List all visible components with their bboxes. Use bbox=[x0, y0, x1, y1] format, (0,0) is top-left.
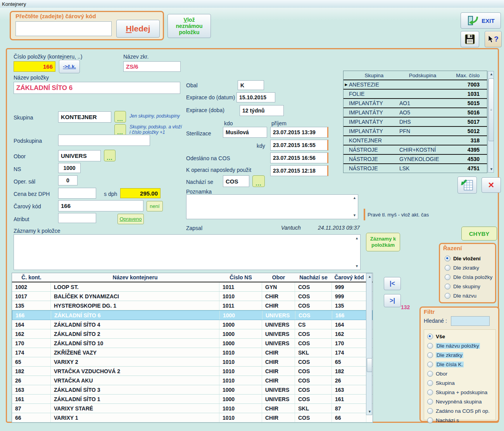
subgroup-input[interactable] bbox=[58, 135, 150, 146]
filter-option[interactable]: Vše bbox=[427, 334, 490, 339]
radio-icon[interactable] bbox=[445, 274, 450, 280]
radio-icon[interactable] bbox=[427, 334, 433, 339]
group-picker-button[interactable]: ... bbox=[114, 111, 126, 123]
container-row[interactable]: 174ZKŘÍŽENÉ VAZY1010CHIRSKL174 bbox=[12, 348, 373, 357]
item-number-input[interactable]: 166 bbox=[14, 61, 55, 72]
container-row[interactable]: 164ZÁKLADNÍ SÍTO 41000UNIVERSCS164 bbox=[12, 320, 373, 329]
note-textarea[interactable] bbox=[186, 194, 358, 219]
item-name-input[interactable]: ZÁKLADNÍ SÍTO 6 bbox=[14, 82, 180, 94]
insert-unknown-item-button[interactable]: Vlož neznámou položku bbox=[167, 14, 211, 38]
group-row[interactable]: NÁSTROJECHIR+KOSTNÍ4395 bbox=[343, 145, 487, 154]
sort-option[interactable]: Dle skupiny bbox=[445, 284, 492, 289]
group-input[interactable]: KONTEJNER bbox=[58, 111, 111, 123]
group-row[interactable]: IMPLANTÁTYPFN5012 bbox=[343, 126, 487, 135]
to-barcode-button[interactable]: ->č.k. bbox=[59, 60, 80, 73]
group-picker-plus-button[interactable]: ... bbox=[114, 124, 126, 136]
expiry-period-input[interactable]: 12 týdnů bbox=[240, 105, 284, 116]
sterilization-received-input[interactable]: 23.07.2015 13:39 bbox=[270, 127, 328, 138]
container-row[interactable]: 166ZÁKLADNÍ SÍTO 61000UNIVERSCOS166 bbox=[12, 310, 373, 320]
ns-input[interactable]: 1000 bbox=[58, 163, 81, 173]
container-row[interactable]: 87VARIXY STARÉ1010CHIRSKL87 bbox=[12, 404, 373, 413]
filter-option[interactable]: Dle zkratky bbox=[427, 352, 490, 358]
filter-option[interactable]: Nevypněná skupina bbox=[427, 399, 490, 405]
radio-icon[interactable] bbox=[427, 362, 433, 367]
filter-option[interactable]: Nachází s bbox=[427, 417, 490, 423]
sterilization-when-input[interactable]: 23.07.2015 16:55 bbox=[270, 140, 328, 151]
save-button[interactable] bbox=[461, 31, 479, 47]
go-last-button[interactable]: >| bbox=[384, 294, 401, 307]
containers-scroll-down-icon[interactable]: ▼ bbox=[368, 410, 371, 414]
note-scroll-down-icon[interactable]: ▼ bbox=[353, 214, 356, 217]
sterilization-who-input[interactable]: Musilová bbox=[223, 127, 267, 138]
containers-table-scrollbar[interactable]: ▲ ▼ bbox=[366, 273, 372, 415]
exit-button[interactable]: EXIT bbox=[461, 12, 501, 29]
item-records-button[interactable]: Záznamy k položkám bbox=[366, 233, 400, 251]
barcode-input[interactable] bbox=[16, 21, 112, 36]
groups-scrollbar-thumb[interactable]: ≡ bbox=[488, 78, 494, 141]
item-records-textarea[interactable] bbox=[14, 234, 361, 270]
container-row[interactable]: 170ZÁKLADNÍ SÍTO 101000UNIVERSCOS170 bbox=[12, 339, 373, 348]
help-button[interactable]: ? bbox=[485, 31, 502, 47]
containers-scroll-up-icon[interactable]: ▲ bbox=[368, 275, 371, 279]
radio-icon[interactable] bbox=[427, 352, 433, 358]
container-row[interactable]: 161ZÁKLADNÍ SÍTO 11000UNIVERSCOS161 bbox=[12, 395, 373, 404]
note-scroll-up-icon[interactable]: ▲ bbox=[353, 196, 356, 200]
radio-icon[interactable] bbox=[427, 417, 433, 423]
container-row[interactable]: 182VRTAČKA VZDUCHOVÁ 21010CHIRCOS182 bbox=[12, 367, 373, 376]
last-used-input[interactable]: 23.07.2015 12:18 bbox=[270, 165, 328, 176]
location-input[interactable]: COS bbox=[223, 175, 249, 187]
container-row[interactable]: 162ZÁKLADNÍ SÍTO 21000UNIVERSCOS162 bbox=[12, 329, 373, 339]
container-row[interactable]: 26VRTAČKA AKU1010CHIRCOS26 bbox=[12, 376, 373, 385]
sort-option[interactable]: Dle názvu bbox=[445, 293, 492, 299]
group-row[interactable]: NÁSTROJEUNIVERSÁL4046 bbox=[343, 173, 487, 173]
container-row[interactable]: 135HYSTEROSKOPIE DG. 11011CHIRCOS135 bbox=[12, 301, 373, 310]
sort-option[interactable]: Dle čísla položky bbox=[445, 274, 492, 280]
group-row[interactable]: IMPLANTÁTYAO55016 bbox=[343, 107, 487, 117]
go-first-button[interactable]: |< bbox=[384, 277, 401, 290]
container-row[interactable]: 163ZÁKLADNÍ SÍTO 31000UNIVERSCOS163 bbox=[12, 385, 373, 395]
group-row[interactable]: KONTEJNER318 bbox=[343, 135, 487, 145]
records-scroll-up-icon[interactable]: ▲ bbox=[355, 237, 359, 240]
location-picker-button[interactable]: ... bbox=[252, 175, 265, 187]
groups-table-scrollbar[interactable]: ▲ ≡ ▼ bbox=[488, 71, 494, 173]
radio-icon[interactable] bbox=[445, 265, 450, 271]
radio-icon[interactable] bbox=[445, 284, 450, 289]
search-button[interactable]: Hledej bbox=[116, 20, 160, 38]
delete-button[interactable]: ✕ bbox=[482, 177, 501, 193]
groups-scroll-down-icon[interactable]: ▼ bbox=[490, 168, 493, 171]
barcode-missing-button[interactable]: není bbox=[147, 201, 163, 211]
container-row[interactable]: 1017BALÍČEK K DYNAMIZACI1010CHIRCOS999 bbox=[12, 292, 373, 301]
export-excel-button[interactable] bbox=[457, 177, 477, 194]
corrected-button[interactable]: Opraveno bbox=[117, 214, 144, 224]
radio-icon[interactable] bbox=[427, 371, 433, 377]
field-input[interactable]: UNIVERS bbox=[58, 150, 101, 161]
containers-scrollbar-thumb[interactable] bbox=[367, 358, 372, 372]
price-with-vat-input[interactable]: 295.00 bbox=[120, 188, 161, 198]
radio-icon[interactable] bbox=[427, 408, 433, 414]
filter-option[interactable]: Dle názvu položky bbox=[427, 343, 490, 349]
radio-icon[interactable] bbox=[427, 380, 433, 386]
radio-icon[interactable] bbox=[445, 256, 450, 261]
operating-room-input[interactable]: 0 bbox=[58, 175, 78, 185]
errors-button[interactable]: CHYBY bbox=[461, 227, 497, 241]
filter-option[interactable]: Skupina + podskupina bbox=[427, 389, 490, 395]
radio-icon[interactable] bbox=[427, 343, 433, 349]
group-row[interactable]: IMPLANTÁTYAO15015 bbox=[343, 98, 487, 107]
sort-option[interactable]: Dle vložení bbox=[445, 256, 492, 261]
short-name-input[interactable]: ZS/6 bbox=[123, 61, 181, 72]
filter-option[interactable]: Obor bbox=[427, 371, 490, 377]
expiry-date-input[interactable]: 15.10.2015 bbox=[236, 92, 275, 102]
group-row[interactable]: FOLIE1031 bbox=[343, 89, 487, 98]
groups-scroll-up-icon[interactable]: ▲ bbox=[490, 73, 493, 76]
radio-icon[interactable] bbox=[427, 399, 433, 405]
group-row[interactable]: NÁSTROJEGYNEKOLOGIE4530 bbox=[343, 154, 487, 163]
container-row[interactable]: 65VARIXY 21010CHIRCOS65 bbox=[12, 357, 373, 367]
sort-option[interactable]: Dle zkratky bbox=[445, 265, 492, 271]
group-row[interactable]: IMPLANTÁTYDHS5017 bbox=[343, 117, 487, 126]
records-scroll-down-icon[interactable]: ▼ bbox=[355, 265, 359, 268]
search-term-input[interactable] bbox=[451, 316, 490, 326]
sent-to-cos-input[interactable]: 23.07.2015 16:56 bbox=[270, 152, 328, 163]
attribute-input[interactable] bbox=[58, 213, 96, 223]
radio-icon[interactable] bbox=[445, 293, 450, 299]
group-row[interactable]: NÁSTROJELSK4751 bbox=[343, 163, 487, 173]
